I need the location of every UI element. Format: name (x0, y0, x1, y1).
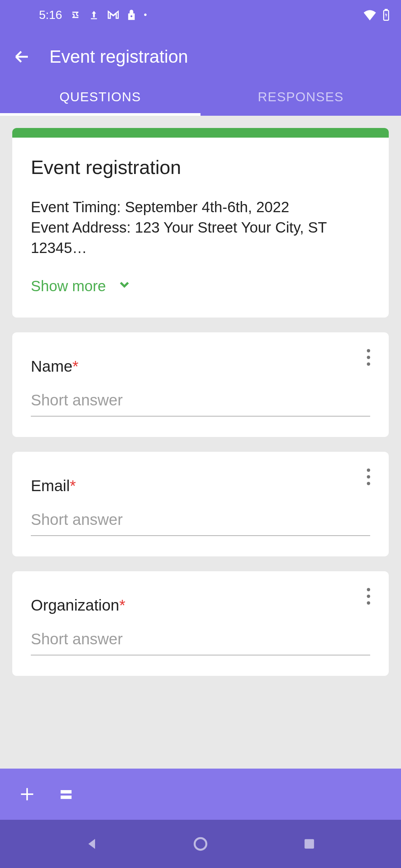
page-title: Event registration (49, 46, 188, 67)
svg-rect-3 (61, 796, 71, 799)
app-bar: Event registration (0, 30, 401, 78)
show-more-button[interactable]: Show more (31, 277, 370, 295)
tab-responses-label: RESPONSES (258, 89, 343, 104)
status-bar: 5:16 • (0, 0, 401, 30)
content: Event registration Event Timing: Septemb… (0, 116, 401, 750)
required-star: * (119, 596, 125, 614)
wifi-icon (363, 9, 377, 20)
chevron-down-icon (117, 277, 132, 295)
question-label: Organization* (31, 596, 370, 614)
question-label: Name* (31, 358, 370, 375)
status-left: 5:16 • (39, 8, 147, 22)
question-label: Email* (31, 477, 370, 495)
form-header-card[interactable]: Event registration Event Timing: Septemb… (12, 128, 389, 318)
svg-rect-2 (61, 790, 71, 793)
menu-button[interactable] (56, 784, 76, 805)
more-dot-icon: • (144, 10, 147, 20)
nav-back-button[interactable] (81, 833, 103, 855)
nav-home-button[interactable] (189, 833, 212, 855)
form-accent (12, 128, 389, 138)
lock-icon (127, 9, 136, 20)
question-card-organization[interactable]: Organization* (12, 571, 389, 676)
required-star: * (70, 477, 76, 494)
show-more-label: Show more (31, 278, 106, 295)
bottom-toolbar (0, 769, 401, 820)
status-right (363, 9, 390, 21)
svg-rect-1 (385, 9, 387, 10)
form-title: Event registration (31, 156, 370, 178)
svg-point-4 (195, 838, 206, 850)
tab-questions[interactable]: QUESTIONS (0, 78, 200, 116)
organization-input[interactable] (31, 627, 370, 655)
question-card-email[interactable]: Email* (12, 452, 389, 556)
nav-recent-button[interactable] (298, 833, 320, 855)
status-time: 5:16 (39, 8, 62, 22)
name-input[interactable] (31, 388, 370, 417)
svg-rect-5 (305, 839, 314, 849)
form-description: Event Timing: September 4th-6th, 2022 Ev… (31, 197, 370, 259)
gmail-icon (107, 10, 119, 19)
battery-icon (382, 9, 390, 21)
tab-responses[interactable]: RESPONSES (200, 78, 401, 116)
overflow-menu-button[interactable] (361, 346, 376, 369)
overflow-menu-button[interactable] (361, 585, 376, 608)
back-button[interactable] (13, 48, 31, 66)
question-card-name[interactable]: Name* (12, 332, 389, 437)
overflow-menu-button[interactable] (361, 466, 376, 488)
app-icon-1 (70, 10, 81, 20)
upload-icon (89, 10, 99, 20)
required-star: * (72, 358, 78, 375)
add-button[interactable] (17, 784, 37, 805)
system-nav-bar (0, 820, 401, 868)
tab-questions-label: QUESTIONS (59, 89, 141, 104)
tabs: QUESTIONS RESPONSES (0, 78, 401, 116)
email-input[interactable] (31, 508, 370, 536)
